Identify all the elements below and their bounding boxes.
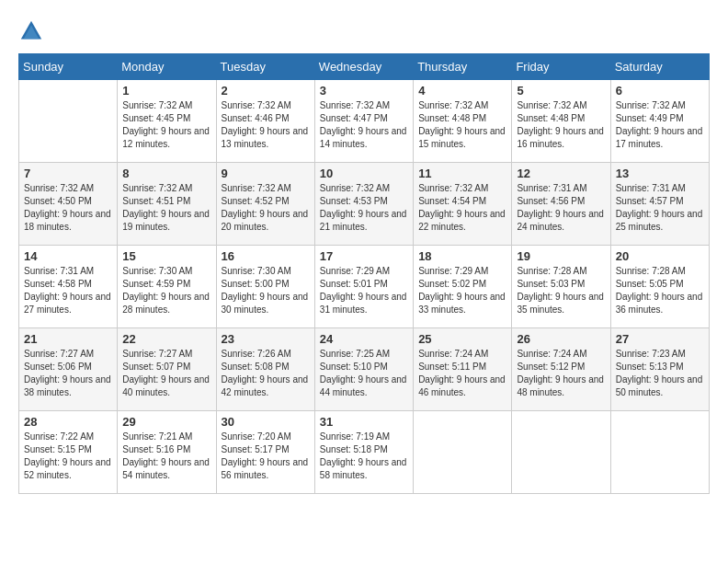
day-number: 27: [616, 332, 704, 346]
day-info: Sunrise: 7:31 AMSunset: 4:58 PMDaylight:…: [24, 265, 112, 316]
day-info: Sunrise: 7:27 AMSunset: 5:06 PMDaylight:…: [24, 348, 112, 399]
day-info: Sunrise: 7:29 AMSunset: 5:02 PMDaylight:…: [418, 265, 506, 316]
calendar-table: SundayMondayTuesdayWednesdayThursdayFrid…: [18, 53, 710, 494]
day-number: 23: [222, 332, 310, 346]
day-info: Sunrise: 7:31 AMSunset: 4:56 PMDaylight:…: [517, 182, 605, 234]
logo: [18, 18, 46, 44]
day-info: Sunrise: 7:32 AMSunset: 4:46 PMDaylight:…: [222, 99, 310, 151]
calendar-cell: 12 Sunrise: 7:31 AMSunset: 4:56 PMDaylig…: [512, 163, 610, 246]
calendar-cell: 24 Sunrise: 7:25 AMSunset: 5:10 PMDaylig…: [314, 328, 413, 411]
calendar-week-row: 14 Sunrise: 7:31 AMSunset: 4:58 PMDaylig…: [19, 246, 710, 328]
day-number: 31: [320, 415, 408, 429]
calendar-cell: 26 Sunrise: 7:24 AMSunset: 5:12 PMDaylig…: [512, 328, 610, 411]
calendar-cell: 6 Sunrise: 7:32 AMSunset: 4:49 PMDayligh…: [610, 80, 709, 163]
day-info: Sunrise: 7:23 AMSunset: 5:13 PMDaylight:…: [616, 348, 704, 399]
logo-icon: [18, 18, 44, 44]
day-number: 30: [222, 415, 310, 429]
header-monday: Monday: [118, 54, 216, 80]
day-number: 14: [24, 249, 112, 263]
calendar-cell: 15 Sunrise: 7:30 AMSunset: 4:59 PMDaylig…: [118, 246, 216, 328]
day-number: 12: [517, 167, 605, 180]
calendar-cell: [512, 411, 610, 494]
calendar-cell: 1 Sunrise: 7:32 AMSunset: 4:45 PMDayligh…: [118, 80, 216, 163]
day-number: 24: [320, 332, 408, 346]
header-thursday: Thursday: [414, 54, 512, 80]
day-info: Sunrise: 7:19 AMSunset: 5:18 PMDaylight:…: [320, 431, 408, 482]
day-info: Sunrise: 7:32 AMSunset: 4:48 PMDaylight:…: [418, 99, 506, 151]
day-info: Sunrise: 7:30 AMSunset: 4:59 PMDaylight:…: [122, 265, 210, 316]
day-number: 1: [122, 84, 210, 98]
calendar-cell: 28 Sunrise: 7:22 AMSunset: 5:15 PMDaylig…: [19, 411, 118, 494]
day-number: 16: [222, 249, 310, 263]
day-number: 29: [122, 415, 210, 429]
calendar-cell: 8 Sunrise: 7:32 AMSunset: 4:51 PMDayligh…: [118, 163, 216, 246]
calendar-cell: 13 Sunrise: 7:31 AMSunset: 4:57 PMDaylig…: [610, 163, 709, 246]
day-number: 17: [320, 249, 408, 263]
day-number: 22: [122, 332, 210, 346]
calendar-cell: [19, 80, 118, 163]
day-info: Sunrise: 7:21 AMSunset: 5:16 PMDaylight:…: [122, 431, 210, 482]
day-number: 18: [418, 249, 506, 263]
calendar-week-row: 28 Sunrise: 7:22 AMSunset: 5:15 PMDaylig…: [19, 411, 710, 494]
calendar-cell: 3 Sunrise: 7:32 AMSunset: 4:47 PMDayligh…: [314, 80, 413, 163]
day-info: Sunrise: 7:32 AMSunset: 4:45 PMDaylight:…: [122, 99, 210, 151]
day-number: 3: [320, 84, 408, 98]
day-number: 6: [616, 84, 704, 98]
day-number: 5: [517, 84, 605, 98]
day-info: Sunrise: 7:29 AMSunset: 5:01 PMDaylight:…: [320, 265, 408, 316]
day-info: Sunrise: 7:31 AMSunset: 4:57 PMDaylight:…: [616, 182, 704, 234]
day-info: Sunrise: 7:32 AMSunset: 4:52 PMDaylight:…: [222, 182, 310, 234]
calendar-cell: 21 Sunrise: 7:27 AMSunset: 5:06 PMDaylig…: [19, 328, 118, 411]
day-info: Sunrise: 7:32 AMSunset: 4:50 PMDaylight:…: [24, 182, 112, 234]
calendar-header-row: SundayMondayTuesdayWednesdayThursdayFrid…: [19, 54, 710, 80]
header-sunday: Sunday: [19, 54, 118, 80]
day-number: 8: [122, 167, 210, 180]
day-info: Sunrise: 7:26 AMSunset: 5:08 PMDaylight:…: [222, 348, 310, 399]
day-number: 11: [418, 167, 506, 180]
day-number: 25: [418, 332, 506, 346]
day-info: Sunrise: 7:32 AMSunset: 4:54 PMDaylight:…: [418, 182, 506, 234]
calendar-cell: [610, 411, 709, 494]
header-friday: Friday: [512, 54, 610, 80]
day-info: Sunrise: 7:32 AMSunset: 4:48 PMDaylight:…: [517, 99, 605, 151]
calendar-week-row: 7 Sunrise: 7:32 AMSunset: 4:50 PMDayligh…: [19, 163, 710, 246]
calendar-cell: 30 Sunrise: 7:20 AMSunset: 5:17 PMDaylig…: [216, 411, 314, 494]
day-info: Sunrise: 7:27 AMSunset: 5:07 PMDaylight:…: [122, 348, 210, 399]
calendar-week-row: 21 Sunrise: 7:27 AMSunset: 5:06 PMDaylig…: [19, 328, 710, 411]
day-number: 4: [418, 84, 506, 98]
day-info: Sunrise: 7:28 AMSunset: 5:05 PMDaylight:…: [616, 265, 704, 316]
day-info: Sunrise: 7:20 AMSunset: 5:17 PMDaylight:…: [222, 431, 310, 482]
day-info: Sunrise: 7:22 AMSunset: 5:15 PMDaylight:…: [24, 431, 112, 482]
calendar-cell: 22 Sunrise: 7:27 AMSunset: 5:07 PMDaylig…: [118, 328, 216, 411]
calendar-cell: 5 Sunrise: 7:32 AMSunset: 4:48 PMDayligh…: [512, 80, 610, 163]
day-info: Sunrise: 7:24 AMSunset: 5:11 PMDaylight:…: [418, 348, 506, 399]
day-number: 26: [517, 332, 605, 346]
calendar-cell: 25 Sunrise: 7:24 AMSunset: 5:11 PMDaylig…: [414, 328, 512, 411]
day-info: Sunrise: 7:32 AMSunset: 4:53 PMDaylight:…: [320, 182, 408, 234]
day-info: Sunrise: 7:30 AMSunset: 5:00 PMDaylight:…: [222, 265, 310, 316]
header-saturday: Saturday: [610, 54, 709, 80]
calendar-cell: 23 Sunrise: 7:26 AMSunset: 5:08 PMDaylig…: [216, 328, 314, 411]
day-number: 19: [517, 249, 605, 263]
calendar-cell: 2 Sunrise: 7:32 AMSunset: 4:46 PMDayligh…: [216, 80, 314, 163]
page-header: [18, 18, 710, 44]
calendar-cell: [414, 411, 512, 494]
calendar-cell: 7 Sunrise: 7:32 AMSunset: 4:50 PMDayligh…: [19, 163, 118, 246]
calendar-cell: 31 Sunrise: 7:19 AMSunset: 5:18 PMDaylig…: [314, 411, 413, 494]
day-info: Sunrise: 7:32 AMSunset: 4:51 PMDaylight:…: [122, 182, 210, 234]
day-number: 9: [222, 167, 310, 180]
day-info: Sunrise: 7:24 AMSunset: 5:12 PMDaylight:…: [517, 348, 605, 399]
calendar-cell: 20 Sunrise: 7:28 AMSunset: 5:05 PMDaylig…: [610, 246, 709, 328]
day-number: 10: [320, 167, 408, 180]
day-number: 28: [24, 415, 112, 429]
day-number: 13: [616, 167, 704, 180]
calendar-cell: 11 Sunrise: 7:32 AMSunset: 4:54 PMDaylig…: [414, 163, 512, 246]
day-info: Sunrise: 7:32 AMSunset: 4:49 PMDaylight:…: [616, 99, 704, 151]
day-info: Sunrise: 7:25 AMSunset: 5:10 PMDaylight:…: [320, 348, 408, 399]
calendar-week-row: 1 Sunrise: 7:32 AMSunset: 4:45 PMDayligh…: [19, 80, 710, 163]
calendar-cell: 19 Sunrise: 7:28 AMSunset: 5:03 PMDaylig…: [512, 246, 610, 328]
calendar-cell: 29 Sunrise: 7:21 AMSunset: 5:16 PMDaylig…: [118, 411, 216, 494]
day-number: 15: [122, 249, 210, 263]
day-number: 2: [222, 84, 310, 98]
calendar-cell: 27 Sunrise: 7:23 AMSunset: 5:13 PMDaylig…: [610, 328, 709, 411]
